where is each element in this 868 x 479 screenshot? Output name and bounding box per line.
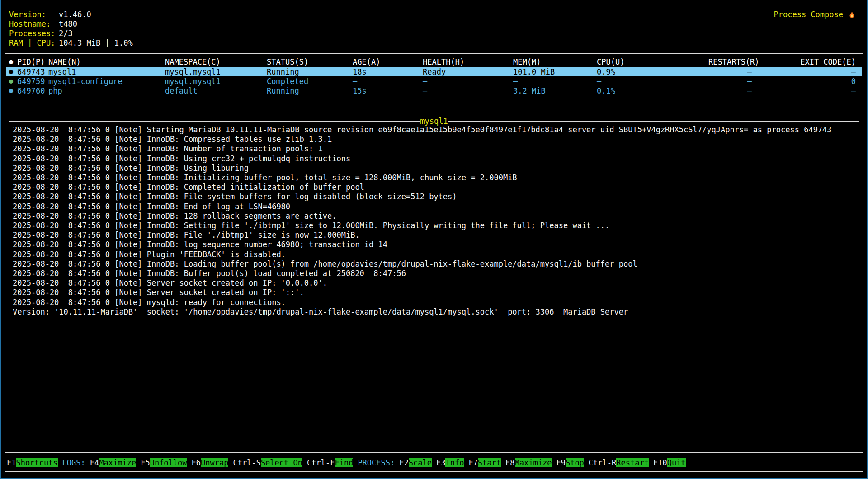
shortcut-f7: F7Start — [468, 458, 501, 467]
shortcut-button-find[interactable]: Find — [335, 458, 353, 467]
shortcut-f5: F5Unfollow — [141, 458, 187, 467]
hostname-label: Hostname: — [9, 19, 59, 29]
cell-status: Completed — [267, 77, 353, 86]
shortcut-key: Ctrl-F — [307, 458, 335, 467]
cell-age: 18s — [353, 67, 423, 76]
process-row-mysql1[interactable]: ● 649743 mysql1 mysql.mysql1 Running 18s… — [6, 67, 862, 76]
log-line: 2025-08-20 8:47:56 0 [Note] InnoDB: Buff… — [13, 269, 857, 278]
hostname-value: t480 — [59, 19, 77, 29]
shortcut-key: F4 — [90, 458, 99, 467]
shortcut-button-maximize-process[interactable]: Maximize — [515, 458, 552, 467]
shortcut-button-maximize-logs[interactable]: Maximize — [99, 458, 136, 467]
processes-value: 2/3 — [59, 29, 73, 38]
shortcut-button-unfollow[interactable]: Unfollow — [150, 458, 187, 467]
col-mem[interactable]: MEM(M) — [513, 57, 597, 66]
app-frame: Version:v1.46.0 Hostname:t480 Processes:… — [5, 6, 863, 472]
shortcut-key: F3 — [436, 458, 445, 467]
version-value: v1.46.0 — [59, 10, 91, 19]
log-line: 2025-08-20 8:47:56 0 [Note] InnoDB: Comp… — [13, 135, 857, 144]
cell-namespace: default — [165, 86, 267, 95]
col-name[interactable]: NAME(N) — [48, 57, 165, 66]
shortcut-key: F10 — [653, 458, 667, 467]
col-namespace[interactable]: NAMESPACE(C) — [165, 57, 267, 66]
app-title-text: Process Compose — [774, 10, 843, 19]
process-compose-app: Version:v1.46.0 Hostname:t480 Processes:… — [0, 0, 868, 479]
cell-age: – — [353, 77, 423, 86]
cell-health: Ready — [423, 67, 513, 76]
shortcut-f10: F10Quit — [653, 458, 686, 467]
shortcut-key: F2 — [399, 458, 408, 467]
cell-health: – — [423, 77, 513, 86]
ram-cpu-value: 104.3 MiB | 1.0% — [59, 38, 133, 48]
shortcut-f3: F3Info — [436, 458, 464, 467]
app-title: Process Compose — [774, 10, 856, 19]
log-line: 2025-08-20 8:47:56 0 [Note] Server socke… — [13, 288, 857, 297]
log-footer-divider — [5, 452, 863, 453]
cell-status: Running — [267, 86, 353, 95]
log-line: 2025-08-20 8:47:56 0 [Note] InnoDB: File… — [13, 230, 857, 240]
cell-namespace: mysql.mysql1 — [165, 77, 267, 86]
cell-pid: 649759 — [17, 77, 48, 86]
header-table-divider — [5, 53, 863, 54]
footer-section-process: PROCESS: — [358, 458, 395, 467]
hostname-row: Hostname:t480 — [9, 19, 133, 29]
cell-name: php — [48, 86, 165, 95]
flame-icon — [847, 10, 856, 19]
shortcut-button-unwrap[interactable]: Unwrap — [201, 458, 228, 467]
shortcut-button-scale[interactable]: Scale — [409, 458, 432, 467]
log-line: 2025-08-20 8:47:56 0 [Note] InnoDB: Load… — [13, 259, 857, 269]
shortcut-key: F5 — [141, 458, 150, 467]
col-cpu[interactable]: CPU(U) — [597, 57, 708, 66]
version-label: Version: — [9, 10, 59, 19]
cell-mem: 3.2 MiB — [513, 86, 597, 95]
process-row-php[interactable]: ● 649760 php default Running 15s – 3.2 M… — [6, 86, 862, 95]
shortcut-ctrl-s: Ctrl-SSelect On — [233, 458, 302, 467]
log-line: 2025-08-20 8:47:56 0 [Note] InnoDB: Usin… — [13, 154, 857, 164]
log-lines: 2025-08-20 8:47:56 0 [Note] Starting Mar… — [13, 125, 857, 317]
table-log-divider — [5, 112, 863, 112]
log-line: 2025-08-20 8:47:56 0 [Note] InnoDB: Comp… — [13, 183, 857, 192]
col-status[interactable]: STATUS(S) — [267, 57, 353, 66]
process-row-mysql1-configure[interactable]: ● 649759 mysql1-configure mysql.mysql1 C… — [6, 76, 862, 86]
ram-cpu-label: RAM | CPU: — [9, 38, 59, 48]
col-age[interactable]: AGE(A) — [353, 57, 423, 66]
cell-mem: – — [513, 77, 597, 86]
col-health[interactable]: HEALTH(H) — [423, 57, 513, 66]
cell-namespace: mysql.mysql1 — [165, 67, 267, 76]
shortcut-key: F1 — [7, 458, 16, 467]
cell-status: Running — [267, 67, 353, 76]
log-line: 2025-08-20 8:47:56 0 [Note] Starting Mar… — [13, 125, 857, 135]
shortcut-button-info[interactable]: Info — [445, 458, 464, 467]
col-exit-code[interactable]: EXIT CODE(E) — [752, 57, 862, 66]
log-line: 2025-08-20 8:47:56 0 [Note] InnoDB: Numb… — [13, 144, 857, 154]
shortcut-ctrl-f: Ctrl-FFind — [307, 458, 353, 467]
cell-health: – — [423, 86, 513, 95]
cell-age: 15s — [353, 86, 423, 95]
col-restarts[interactable]: RESTARTS(R) — [708, 57, 752, 66]
log-line: 2025-08-20 8:47:56 0 [Note] InnoDB: 128 … — [13, 211, 857, 221]
shortcut-key: F9 — [556, 458, 565, 467]
shortcut-f4: F4Maximize — [90, 458, 136, 467]
cell-exit-code: 0 — [752, 77, 862, 86]
shortcut-key: F7 — [468, 458, 477, 467]
shortcut-button-quit[interactable]: Quit — [667, 458, 686, 467]
shortcut-button-shortcuts[interactable]: Shortcuts — [16, 458, 57, 467]
log-line: 2025-08-20 8:47:56 0 [Note] InnoDB: Init… — [13, 173, 857, 183]
cell-cpu: 0.1% — [597, 86, 708, 95]
cell-name: mysql1-configure — [48, 77, 165, 86]
shortcut-button-stop[interactable]: Stop — [566, 458, 584, 467]
shortcut-f6: F6Unwrap — [192, 458, 229, 467]
log-line: 2025-08-20 8:47:56 0 [Note] InnoDB: End … — [13, 202, 857, 211]
shortcut-key: F6 — [192, 458, 201, 467]
shortcut-button-start[interactable]: Start — [478, 458, 501, 467]
header-info: Version:v1.46.0 Hostname:t480 Processes:… — [9, 10, 133, 48]
col-pid[interactable]: PID(P) — [17, 57, 48, 66]
log-panel[interactable]: mysql1 2025-08-20 8:47:56 0 [Note] Start… — [9, 121, 859, 441]
shortcut-button-select-on[interactable]: Select On — [261, 458, 302, 467]
shortcut-button-restart[interactable]: Restart — [616, 458, 649, 467]
cell-name: mysql1 — [48, 67, 165, 76]
shortcut-f8: F8Maximize — [505, 458, 552, 467]
cell-pid: 649743 — [17, 67, 48, 76]
status-dot-icon: ● — [9, 87, 17, 94]
log-line: 2025-08-20 8:47:56 0 [Note] Plugin 'FEED… — [13, 250, 857, 259]
